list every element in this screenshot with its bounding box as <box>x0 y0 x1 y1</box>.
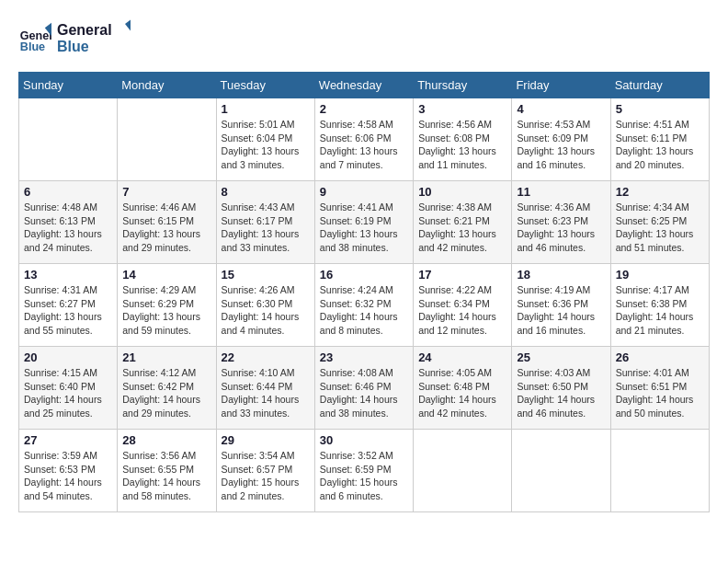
day-number: 7 <box>122 185 210 199</box>
day-number: 14 <box>122 268 210 282</box>
day-info: Sunrise: 3:59 AMSunset: 6:53 PMDaylight:… <box>24 449 112 503</box>
calendar-cell: 4Sunrise: 4:53 AMSunset: 6:09 PMDaylight… <box>512 98 610 181</box>
day-info: Sunrise: 4:48 AMSunset: 6:13 PMDaylight:… <box>24 201 112 255</box>
svg-marker-5 <box>125 18 131 33</box>
day-number: 24 <box>418 350 506 364</box>
day-info: Sunrise: 4:51 AMSunset: 6:11 PMDaylight:… <box>616 118 704 172</box>
day-number: 4 <box>517 102 605 116</box>
calendar-cell: 28Sunrise: 3:56 AMSunset: 6:55 PMDayligh… <box>118 430 216 512</box>
day-info: Sunrise: 4:10 AMSunset: 6:44 PMDaylight:… <box>222 366 310 420</box>
day-info: Sunrise: 4:24 AMSunset: 6:32 PMDaylight:… <box>320 283 408 338</box>
calendar-cell: 9Sunrise: 4:41 AMSunset: 6:19 PMDaylight… <box>314 181 413 264</box>
weekday-header: Sunday <box>19 73 118 98</box>
day-number: 12 <box>616 185 704 199</box>
day-info: Sunrise: 4:43 AMSunset: 6:17 PMDaylight:… <box>222 201 310 255</box>
day-number: 10 <box>418 185 506 199</box>
calendar-cell: 26Sunrise: 4:01 AMSunset: 6:51 PMDayligh… <box>610 347 709 430</box>
calendar-cell: 21Sunrise: 4:12 AMSunset: 6:42 PMDayligh… <box>118 347 216 430</box>
weekday-header: Monday <box>118 73 216 98</box>
day-number: 28 <box>122 433 210 447</box>
day-number: 29 <box>222 433 310 447</box>
calendar-cell <box>610 430 709 512</box>
day-number: 5 <box>616 102 704 116</box>
day-info: Sunrise: 4:36 AMSunset: 6:23 PMDaylight:… <box>517 201 605 255</box>
day-info: Sunrise: 4:46 AMSunset: 6:15 PMDaylight:… <box>122 201 210 255</box>
day-number: 1 <box>222 102 310 116</box>
day-info: Sunrise: 4:38 AMSunset: 6:21 PMDaylight:… <box>418 201 506 255</box>
day-info: Sunrise: 3:52 AMSunset: 6:59 PMDaylight:… <box>320 449 408 503</box>
calendar-cell: 13Sunrise: 4:31 AMSunset: 6:27 PMDayligh… <box>19 264 118 347</box>
day-info: Sunrise: 4:56 AMSunset: 6:08 PMDaylight:… <box>418 118 506 172</box>
svg-text:General: General <box>57 22 112 38</box>
day-number: 26 <box>616 350 704 364</box>
day-number: 20 <box>24 350 112 364</box>
page-header: General Blue General Blue <box>18 18 710 57</box>
day-info: Sunrise: 4:22 AMSunset: 6:34 PMDaylight:… <box>418 283 506 338</box>
calendar-cell: 10Sunrise: 4:38 AMSunset: 6:21 PMDayligh… <box>414 181 512 264</box>
calendar-cell: 12Sunrise: 4:34 AMSunset: 6:25 PMDayligh… <box>610 181 709 264</box>
calendar-cell: 27Sunrise: 3:59 AMSunset: 6:53 PMDayligh… <box>19 430 118 512</box>
day-number: 15 <box>222 268 310 282</box>
calendar-week-row: 6Sunrise: 4:48 AMSunset: 6:13 PMDaylight… <box>19 181 710 264</box>
calendar-week-row: 27Sunrise: 3:59 AMSunset: 6:53 PMDayligh… <box>19 430 710 512</box>
svg-text:Blue: Blue <box>20 40 45 53</box>
calendar-cell: 7Sunrise: 4:46 AMSunset: 6:15 PMDaylight… <box>118 181 216 264</box>
day-info: Sunrise: 4:15 AMSunset: 6:40 PMDaylight:… <box>24 366 112 420</box>
calendar-cell: 25Sunrise: 4:03 AMSunset: 6:50 PMDayligh… <box>512 347 610 430</box>
calendar-cell: 15Sunrise: 4:26 AMSunset: 6:30 PMDayligh… <box>216 264 314 347</box>
day-info: Sunrise: 4:03 AMSunset: 6:50 PMDaylight:… <box>517 366 605 420</box>
day-number: 17 <box>418 268 506 282</box>
day-info: Sunrise: 5:01 AMSunset: 6:04 PMDaylight:… <box>222 118 310 172</box>
day-number: 23 <box>320 350 408 364</box>
calendar-cell: 2Sunrise: 4:58 AMSunset: 6:06 PMDaylight… <box>314 98 413 181</box>
day-number: 25 <box>517 350 605 364</box>
calendar-cell: 11Sunrise: 4:36 AMSunset: 6:23 PMDayligh… <box>512 181 610 264</box>
calendar-cell: 18Sunrise: 4:19 AMSunset: 6:36 PMDayligh… <box>512 264 610 347</box>
calendar-cell: 16Sunrise: 4:24 AMSunset: 6:32 PMDayligh… <box>314 264 413 347</box>
day-number: 19 <box>616 268 704 282</box>
weekday-header: Friday <box>512 73 610 98</box>
calendar-cell: 1Sunrise: 5:01 AMSunset: 6:04 PMDaylight… <box>216 98 314 181</box>
day-number: 22 <box>222 350 310 364</box>
calendar-cell: 24Sunrise: 4:05 AMSunset: 6:48 PMDayligh… <box>414 347 512 430</box>
day-number: 6 <box>24 185 112 199</box>
day-info: Sunrise: 4:17 AMSunset: 6:38 PMDaylight:… <box>616 283 704 338</box>
day-number: 8 <box>222 185 310 199</box>
day-number: 16 <box>320 268 408 282</box>
weekday-header-row: SundayMondayTuesdayWednesdayThursdayFrid… <box>19 73 710 98</box>
calendar-cell: 20Sunrise: 4:15 AMSunset: 6:40 PMDayligh… <box>19 347 118 430</box>
day-info: Sunrise: 4:53 AMSunset: 6:09 PMDaylight:… <box>517 118 605 172</box>
calendar-cell: 19Sunrise: 4:17 AMSunset: 6:38 PMDayligh… <box>610 264 709 347</box>
calendar-cell: 17Sunrise: 4:22 AMSunset: 6:34 PMDayligh… <box>414 264 512 347</box>
day-info: Sunrise: 4:58 AMSunset: 6:06 PMDaylight:… <box>320 118 408 172</box>
calendar-cell: 23Sunrise: 4:08 AMSunset: 6:46 PMDayligh… <box>314 347 413 430</box>
calendar-cell: 29Sunrise: 3:54 AMSunset: 6:57 PMDayligh… <box>216 430 314 512</box>
weekday-header: Saturday <box>610 73 709 98</box>
day-number: 11 <box>517 185 605 199</box>
calendar-table: SundayMondayTuesdayWednesdayThursdayFrid… <box>18 72 710 512</box>
day-info: Sunrise: 4:19 AMSunset: 6:36 PMDaylight:… <box>517 283 605 338</box>
day-number: 9 <box>320 185 408 199</box>
day-info: Sunrise: 4:29 AMSunset: 6:29 PMDaylight:… <box>122 283 210 338</box>
logo-svg: General Blue <box>57 18 131 57</box>
day-number: 30 <box>320 433 408 447</box>
calendar-cell <box>118 98 216 181</box>
calendar-cell <box>512 430 610 512</box>
calendar-cell: 6Sunrise: 4:48 AMSunset: 6:13 PMDaylight… <box>19 181 118 264</box>
calendar-cell: 8Sunrise: 4:43 AMSunset: 6:17 PMDaylight… <box>216 181 314 264</box>
day-number: 21 <box>122 350 210 364</box>
calendar-cell <box>19 98 118 181</box>
calendar-cell <box>414 430 512 512</box>
calendar-cell: 30Sunrise: 3:52 AMSunset: 6:59 PMDayligh… <box>314 430 413 512</box>
day-number: 13 <box>24 268 112 282</box>
calendar-cell: 5Sunrise: 4:51 AMSunset: 6:11 PMDaylight… <box>610 98 709 181</box>
weekday-header: Thursday <box>414 73 512 98</box>
day-info: Sunrise: 3:54 AMSunset: 6:57 PMDaylight:… <box>222 449 310 503</box>
day-number: 2 <box>320 102 408 116</box>
day-number: 18 <box>517 268 605 282</box>
day-info: Sunrise: 4:12 AMSunset: 6:42 PMDaylight:… <box>122 366 210 420</box>
calendar-week-row: 13Sunrise: 4:31 AMSunset: 6:27 PMDayligh… <box>19 264 710 347</box>
calendar-cell: 14Sunrise: 4:29 AMSunset: 6:29 PMDayligh… <box>118 264 216 347</box>
svg-text:Blue: Blue <box>57 39 89 54</box>
day-info: Sunrise: 4:05 AMSunset: 6:48 PMDaylight:… <box>418 366 506 420</box>
